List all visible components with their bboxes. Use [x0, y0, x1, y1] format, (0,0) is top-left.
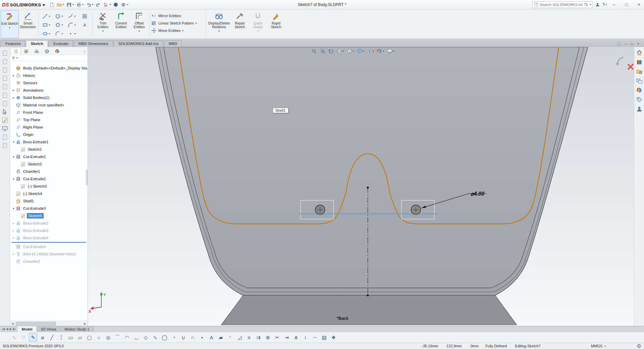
sheet-toolbar-button[interactable]	[1, 75, 9, 82]
previous-view-button[interactable]	[327, 48, 334, 54]
jog-line-button[interactable]: ≀	[301, 333, 310, 342]
collapse-arrow-icon[interactable]: ▾	[11, 177, 16, 181]
offset-entities-button[interactable]: Offset Entities ▾	[130, 10, 148, 38]
redo-button[interactable]	[95, 1, 102, 8]
tree-item[interactable]: Top Plane	[10, 116, 88, 123]
filter-dropdown-icon[interactable]: ▾	[16, 56, 18, 59]
window-close-button[interactable]: ×	[634, 0, 644, 9]
custom-properties-tab-button[interactable]	[635, 96, 643, 103]
tree-item[interactable]: ▸Annotations	[10, 87, 88, 94]
tree-item[interactable]: Cut-Extrude4	[10, 243, 88, 250]
repair-sketch-button[interactable]: Repair Sketch	[231, 10, 249, 38]
convert-entities-button[interactable]: ⇉	[254, 333, 263, 342]
open-folder-button[interactable]: ▾	[56, 1, 65, 8]
move-entities-button[interactable]: Move Entities ▾	[151, 28, 204, 33]
section-view-button[interactable]: ▾	[336, 48, 344, 54]
configurationmanager-tab[interactable]	[32, 48, 42, 55]
view-palette-tab-button[interactable]	[635, 77, 643, 85]
doc-cascade-icon[interactable]: ⿴	[617, 42, 621, 46]
tree-item[interactable]: ▸Boss-Extrude4	[10, 234, 88, 242]
sheet-toolbar-button[interactable]	[1, 134, 9, 140]
linear-sketch-pattern-button[interactable]: Linear Sketch Pattern ▾	[151, 20, 204, 26]
intersection-curve-button[interactable]: ∩	[189, 333, 197, 342]
centerline-button[interactable]: ╎	[57, 333, 65, 342]
tab-sketch[interactable]: Sketch	[26, 40, 48, 47]
collapse-arrow-icon[interactable]: ▾	[11, 140, 16, 144]
tree-item[interactable]: Chamfer2	[10, 258, 88, 265]
tree-item[interactable]: Shell1	[10, 197, 88, 205]
expand-panel-arrow-icon[interactable]: ›	[84, 49, 87, 53]
linear-sketch-pattern-button[interactable]: ❖	[329, 333, 338, 342]
parallelogram-button[interactable]: ▱	[76, 333, 84, 342]
tree-item[interactable]: ▾Cut-Extrude3	[10, 205, 88, 212]
tab-mbd[interactable]: MBD	[164, 40, 182, 47]
smart-dimension-button[interactable]: Smart Dimension	[19, 10, 37, 38]
display-delete-relations-button[interactable]: Display/Delete Relations ▾	[207, 10, 231, 38]
edit-appearance-tab-button[interactable]	[635, 87, 643, 94]
collapse-arrow-icon[interactable]: ▾	[11, 155, 16, 158]
search-icon[interactable]	[584, 2, 588, 7]
new-document-button[interactable]	[48, 1, 55, 8]
tree-item[interactable]: ▸Boss-Extrude2	[10, 219, 88, 227]
tree-item[interactable]: Sketch1	[10, 146, 88, 153]
tab-evaluate[interactable]: Evaluate	[49, 40, 73, 47]
spline-tool-button[interactable]: ▾	[65, 12, 78, 20]
polygon-button[interactable]: ◇	[142, 333, 150, 342]
dimension-text[interactable]: ⌀4.00	[471, 191, 484, 197]
cancel-sketch-icon[interactable]	[627, 63, 634, 70]
zoom-area-button[interactable]	[319, 48, 326, 54]
scroll-right-icon[interactable]: ▶	[83, 322, 88, 325]
forum-user-tab-button[interactable]	[635, 105, 643, 113]
polygon-tool-button[interactable]: ▾	[53, 20, 65, 29]
split-entities-button[interactable]: ⋔	[292, 333, 300, 342]
tree-item[interactable]: Origin	[10, 131, 88, 138]
partial-ellipse-button[interactable]: ◔	[170, 333, 178, 342]
settings-gear-button[interactable]: ▾	[120, 1, 129, 8]
sphere-tool-button[interactable]	[112, 1, 119, 8]
display-style-button[interactable]: ▾	[356, 48, 365, 54]
intersection-button[interactable]: ⊗	[264, 333, 272, 342]
corner-rectangle-button[interactable]: ▭	[66, 333, 75, 342]
left-sketch-circle[interactable]	[315, 205, 325, 214]
select-button[interactable]: ⇖	[10, 333, 18, 342]
tab-solidworks-add-ins[interactable]: SOLIDWORKS Add-Ins	[114, 40, 163, 47]
text-tool-tool-button[interactable]: A	[78, 20, 91, 29]
window-maximize-button[interactable]: □	[622, 0, 632, 9]
point-tool-button[interactable]: ▾	[65, 29, 78, 38]
view-orientation-button[interactable]: ▾	[346, 48, 355, 54]
apply-scene-toolbar-button[interactable]	[1, 125, 9, 132]
tab-3d-views[interactable]: 3D Views	[37, 326, 61, 332]
tree-item[interactable]: Chamfer1	[10, 168, 88, 175]
tab-mbd-dimensions[interactable]: MBD Dimensions	[74, 40, 113, 47]
help-search-box[interactable]: ? ▾	[532, 1, 593, 8]
trim-entities-button[interactable]: Trim Entities ▾	[94, 10, 112, 38]
sheet-toolbar-button[interactable]	[1, 100, 9, 107]
part-bottom-face[interactable]	[221, 295, 517, 325]
tree-item[interactable]: (-) Sketch3	[10, 183, 88, 190]
sheet-toolbar-button[interactable]	[1, 142, 9, 149]
tree-item[interactable]: Front Plane	[10, 109, 88, 116]
doc-minimize-button[interactable]: –	[625, 42, 627, 46]
dimxpertmanager-tab[interactable]	[42, 48, 52, 55]
select-cursor-toolbar-button[interactable]	[1, 108, 9, 115]
convert-entities-button[interactable]: Convert Entities	[112, 10, 130, 38]
tree-item[interactable]: ▸9/64 (0.14063) Diameter Hole2	[10, 250, 88, 258]
menu-expand-arrow-icon[interactable]: ▶	[43, 3, 45, 6]
user-account-icon[interactable]	[595, 2, 600, 7]
rollback-bar[interactable]	[11, 242, 86, 243]
help-search-input[interactable]	[540, 3, 583, 7]
filter-funnel-icon[interactable]	[11, 56, 15, 60]
save-button[interactable]: ▾	[65, 1, 75, 8]
mirror-entities-button[interactable]: Mirror Entities	[151, 13, 204, 18]
last-tab-button[interactable]: ▶|	[13, 328, 16, 331]
tab-motion-study-1[interactable]: Motion Study 1	[61, 326, 94, 332]
arc-tool-button[interactable]: ▾	[65, 20, 78, 29]
trim-entities-button[interactable]: ✂	[273, 333, 281, 342]
tree-item[interactable]: Sensors	[10, 79, 88, 87]
expand-arrow-icon[interactable]: ▸	[11, 221, 16, 225]
tree-item[interactable]: ▾Boss-Extrude1	[10, 138, 88, 146]
plane-button[interactable]: ▰	[217, 333, 225, 342]
tree-item[interactable]: Right Plane	[10, 123, 88, 131]
search-scope-dropdown-icon[interactable]: ▾	[590, 3, 591, 6]
tree-item[interactable]: ▾Cut-Extrude1	[10, 153, 88, 160]
